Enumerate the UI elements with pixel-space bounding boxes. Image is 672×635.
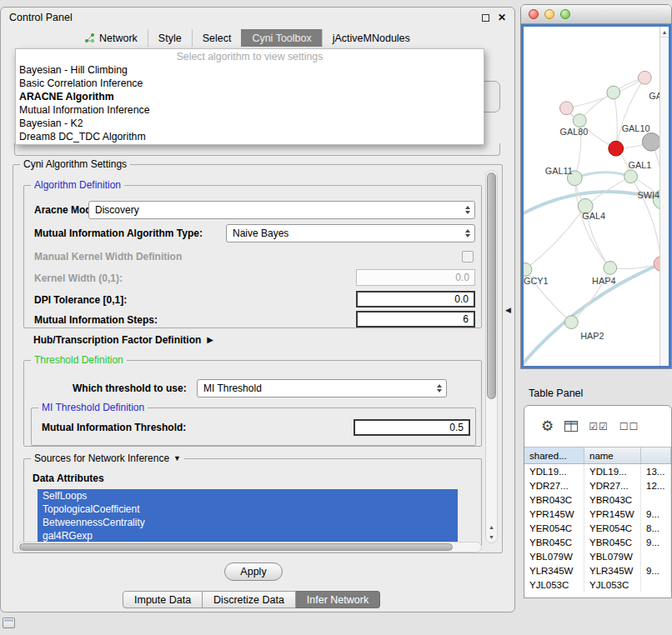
column-header-shared-name[interactable]: shared... [524, 448, 584, 463]
table-row[interactable]: YBR045CYBR045C9... [524, 535, 671, 549]
table-body: YDL19...YDL19...13...YDR27...YDR27...12.… [524, 464, 671, 598]
network-node-label: SWI4 [637, 190, 659, 200]
table-cell: YBR043C [524, 492, 584, 507]
table-cell: YJL053C [584, 578, 641, 592]
tab-style[interactable]: Style [148, 29, 192, 47]
network-node[interactable] [607, 86, 620, 99]
table-row[interactable]: YPR145WYPR145W9... [524, 507, 671, 521]
dpi-tolerance-field[interactable]: 0.0 [356, 291, 475, 308]
mi-steps-field[interactable]: 6 [356, 311, 475, 328]
network-node[interactable] [642, 132, 660, 151]
panel-collapse-arrow[interactable]: ◀ [505, 306, 511, 314]
algorithm-option[interactable]: Dream8 DC_TDC Algorithm [16, 130, 484, 143]
scrollbar-thumb[interactable] [19, 543, 453, 551]
table-cell: YPR145W [524, 507, 584, 521]
mi-threshold-field[interactable]: 0.5 [354, 419, 470, 436]
settings-vertical-scrollbar[interactable]: ▲ ▼ [485, 170, 498, 543]
data-attribute-item[interactable]: BetweennessCentrality [38, 516, 458, 529]
dpi-tolerance-value: 0.0 [454, 293, 469, 305]
network-node[interactable] [573, 114, 586, 128]
algorithm-option[interactable]: ARACNE Algorithm [16, 90, 484, 103]
network-node[interactable] [638, 71, 651, 84]
mi-type-select[interactable]: Naive Bayes [226, 224, 475, 242]
column-header-partial[interactable] [641, 448, 671, 463]
mi-type-label: Mutual Information Algorithm Type: [34, 224, 203, 242]
net-scroll-up-arrow[interactable]: ▲ [660, 27, 669, 38]
column-header-name[interactable]: name [584, 448, 641, 463]
table-row[interactable]: YDR27...YDR27...12... [524, 478, 671, 492]
network-vertical-scrollbar[interactable]: ▲ [659, 27, 669, 366]
apply-button[interactable]: Apply [224, 562, 283, 581]
traffic-light-zoom-icon[interactable] [560, 9, 570, 19]
mi-steps-value: 6 [463, 313, 469, 325]
network-edge[interactable] [574, 172, 630, 178]
float-window-icon[interactable] [482, 14, 489, 22]
table-row[interactable]: YDL19...YDL19...13... [524, 464, 671, 478]
table-cell: YDR27... [584, 478, 641, 492]
tab-select[interactable]: Select [192, 29, 242, 47]
cyni-algorithm-settings-group: Cyni Algorithm Settings Algorithm Defini… [13, 164, 503, 553]
table-panel-window: ⚙ ☑☑ ☐☐ shared... name YDL19...YDL19...1… [524, 405, 672, 598]
control-panel-window: Control Panel ✕ Network Style Select Cyn… [0, 7, 515, 612]
network-edge[interactable] [525, 206, 585, 269]
scroll-up-arrow[interactable]: ▲ [486, 522, 497, 532]
panel-dock-icon[interactable] [3, 618, 15, 628]
table-row[interactable]: YBR043CYBR043C [524, 492, 671, 507]
table-header-row: shared... name [524, 447, 671, 464]
sources-group-toggle[interactable]: Sources for Network Inference ▼ [31, 452, 184, 464]
manual-kernel-checkbox[interactable] [462, 251, 474, 262]
network-node[interactable] [564, 316, 578, 329]
network-node[interactable] [560, 102, 574, 115]
deselect-all-columns-icon[interactable]: ☐☐ [619, 421, 639, 432]
hub-definition-toggle[interactable]: Hub/Transcription Factor Definition ▶ [33, 332, 213, 348]
tab-discretize-data[interactable]: Discretize Data [203, 591, 296, 608]
tab-cyni-toolbox[interactable]: Cyni Toolbox [241, 29, 321, 47]
tab-infer-network[interactable]: Infer Network [296, 591, 380, 608]
network-edge[interactable] [614, 92, 618, 148]
gear-icon[interactable]: ⚙ [541, 418, 554, 435]
network-node[interactable] [624, 170, 638, 183]
aracne-mode-select[interactable]: Discovery [88, 201, 475, 219]
columns-icon[interactable] [564, 421, 578, 432]
network-canvas[interactable]: GAL8GAL80GAL10GAL11GAL1SWI4GAL4GCY1HAP4Y… [521, 24, 671, 368]
table-row[interactable]: YER054CYER054C8... [524, 521, 671, 535]
tab-jactivemnodules[interactable]: jActiveMNodules [322, 29, 420, 47]
mi-threshold-value: 0.5 [449, 422, 464, 433]
scrollbar-thumb[interactable] [487, 172, 496, 399]
data-attributes-list[interactable]: SelfLoopsTopologicalCoefficientBetweenne… [38, 489, 458, 544]
tab-network[interactable]: Network [74, 29, 148, 47]
kernel-width-field[interactable]: 0.0 [356, 269, 475, 286]
tab-impute-data[interactable]: Impute Data [123, 591, 203, 608]
combo-arrows-icon [465, 229, 470, 238]
tab-label: jActiveMNodules [333, 32, 410, 44]
algorithm-option[interactable]: Bayesian - Hill Climbing [16, 63, 484, 77]
network-node[interactable] [604, 262, 617, 275]
traffic-light-close-icon[interactable] [529, 9, 539, 19]
algorithm-option[interactable]: Mutual Information Inference [16, 103, 484, 117]
algorithm-option[interactable]: Bayesian - K2 [16, 117, 484, 130]
threshold-select-label: Which threshold to use: [73, 379, 187, 398]
network-window: GAL8GAL80GAL10GAL11GAL1SWI4GAL4GCY1HAP4Y… [520, 4, 672, 369]
settings-horizontal-scrollbar[interactable] [17, 542, 482, 552]
network-edge[interactable] [566, 78, 644, 108]
traffic-light-minimize-icon[interactable] [544, 9, 554, 19]
table-row[interactable]: YBL079WYBL079W [524, 549, 671, 563]
network-node[interactable] [609, 141, 624, 156]
kernel-width-value: 0.0 [455, 272, 469, 283]
data-attribute-item[interactable]: gal4RGexp [38, 529, 458, 542]
table-row[interactable]: YJL053CYJL053C [524, 578, 671, 592]
close-icon[interactable]: ✕ [498, 12, 506, 22]
table-cell: 12... [641, 478, 671, 492]
data-attribute-item[interactable]: TopologicalCoefficient [38, 502, 458, 516]
threshold-select[interactable]: MI Threshold [197, 379, 447, 398]
data-attribute-item[interactable]: SelfLoops [38, 489, 458, 502]
scroll-down-arrow[interactable]: ▼ [486, 532, 497, 542]
table-row[interactable]: YLR345WYLR345W9... [524, 563, 671, 578]
select-all-columns-icon[interactable]: ☑☑ [589, 421, 609, 432]
algorithm-dropdown-placeholder: Select algorithm to view settings [16, 50, 484, 63]
network-node-label: GAL80 [560, 127, 589, 137]
combo-arrows-icon [465, 206, 470, 214]
mi-threshold-group: MI Threshold Definition Mutual Informati… [31, 408, 476, 446]
algorithm-option[interactable]: Basic Correlation Inference [16, 77, 484, 90]
table-cell [641, 578, 671, 592]
